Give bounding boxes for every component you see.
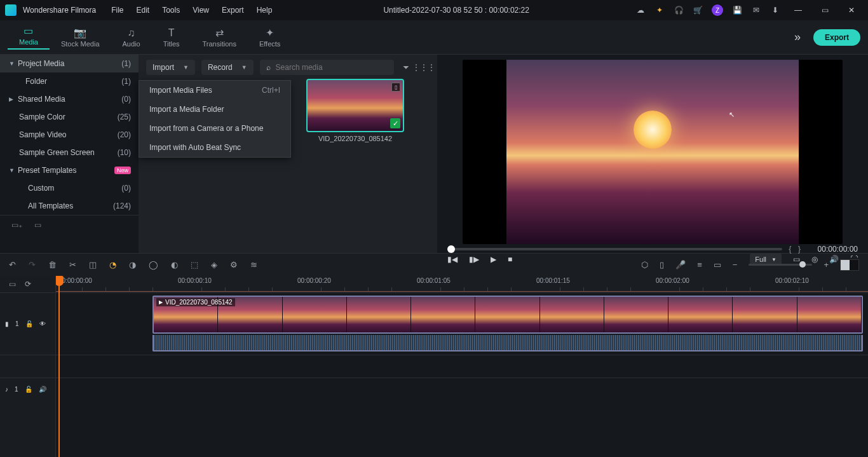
- filter-icon[interactable]: ⏷: [400, 62, 412, 73]
- sidebar-custom[interactable]: Custom(0): [0, 179, 139, 197]
- import-auto-beat-sync[interactable]: Import with Auto Beat Sync: [139, 138, 290, 157]
- color-button[interactable]: ◑: [129, 260, 136, 269]
- cart-icon[interactable]: 🛒: [693, 5, 703, 15]
- zoom-handle[interactable]: [799, 261, 806, 268]
- title: Untitled-2022-07-30 08 52 50 : 00:00:02:…: [280, 6, 633, 15]
- motion-button[interactable]: ◐: [171, 260, 178, 269]
- zoom-out-button[interactable]: −: [733, 260, 738, 269]
- menu-file[interactable]: File: [106, 3, 128, 17]
- menu-view[interactable]: View: [187, 3, 214, 17]
- mask-button[interactable]: ◈: [211, 260, 217, 269]
- avatar[interactable]: Z: [712, 4, 723, 16]
- timeline-view-toggle[interactable]: [840, 259, 859, 271]
- sidebar-all-templates[interactable]: All Templates(124): [0, 197, 139, 215]
- lock-icon[interactable]: 🔓: [25, 386, 32, 393]
- import-media-folder[interactable]: Import a Media Folder: [139, 100, 290, 119]
- cloud-icon[interactable]: ☁: [635, 5, 646, 15]
- menu-help[interactable]: Help: [252, 3, 278, 17]
- crop-button[interactable]: ◫: [89, 260, 97, 269]
- mark-in-icon[interactable]: {: [789, 244, 791, 254]
- keyframe-button[interactable]: ⬚: [191, 260, 198, 269]
- snap-button[interactable]: ▭: [714, 260, 721, 269]
- sidebar-sample-video[interactable]: Sample Video(20): [0, 126, 139, 144]
- scrub-handle[interactable]: [447, 245, 455, 253]
- speaker-icon[interactable]: 🔊: [39, 386, 46, 393]
- scrub-slider[interactable]: [447, 248, 782, 250]
- frame-back-button[interactable]: ▮▶: [469, 255, 479, 264]
- checkmark-icon: ✓: [390, 118, 400, 128]
- audio-track[interactable]: [56, 378, 868, 400]
- thumb-vid[interactable]: ▯ ✓ VID_20220730_085142: [308, 80, 403, 142]
- import-from-camera[interactable]: Import from a Camera or a Phone: [139, 119, 290, 138]
- export-button[interactable]: Export: [813, 29, 860, 46]
- save-icon[interactable]: 💾: [732, 5, 742, 15]
- menu-tools[interactable]: Tools: [157, 3, 185, 17]
- chevron-down-icon: ▼: [9, 60, 18, 67]
- lock-icon[interactable]: 🔓: [25, 320, 33, 327]
- sidebar-sample-color[interactable]: Sample Color(25): [0, 108, 139, 126]
- stop-button[interactable]: ■: [508, 255, 512, 264]
- delete-button[interactable]: 🗑: [48, 260, 57, 269]
- zoom-slider[interactable]: [749, 264, 812, 266]
- audio-wave-button[interactable]: ≋: [250, 260, 257, 269]
- sparkle-icon[interactable]: ✦: [654, 5, 665, 15]
- link-button[interactable]: ⟳: [25, 280, 31, 289]
- new-folder-icon[interactable]: ▭₊: [11, 221, 22, 231]
- sidebar-project-media[interactable]: ▼Project Media(1): [0, 55, 139, 72]
- sidebar-sample-green-screen[interactable]: Sample Green Screen(10): [0, 144, 139, 161]
- step-back-button[interactable]: ▮◀: [447, 255, 458, 264]
- tab-titles[interactable]: TTitles: [152, 27, 191, 48]
- adjust-button[interactable]: ⚙: [230, 260, 238, 269]
- headphones-icon[interactable]: 🎧: [674, 5, 684, 15]
- timeline-clip[interactable]: VID_20220730_085142: [153, 296, 863, 334]
- green-screen-button[interactable]: ◯: [149, 260, 158, 269]
- menu-edit[interactable]: Edit: [132, 3, 155, 17]
- tab-effects[interactable]: ✦Effects: [248, 27, 292, 48]
- undo-button[interactable]: ↶: [9, 260, 16, 269]
- import-menu: Import Media FilesCtrl+I Import a Media …: [139, 80, 291, 158]
- chevron-down-icon: ▼: [241, 64, 247, 71]
- timeline-ruler[interactable]: 00:00:00:0000:00:00:1000:00:00:2000:00:0…: [56, 276, 868, 292]
- mail-icon[interactable]: ✉: [751, 5, 761, 15]
- ruler-tick: 00:00:02:10: [775, 277, 809, 284]
- audio-track-header[interactable]: ♪1 🔓 🔊: [0, 378, 55, 400]
- timeline-clip-audio[interactable]: [153, 335, 863, 351]
- tab-transitions[interactable]: ⇄Transitions: [191, 27, 248, 48]
- marker-button[interactable]: ▯: [660, 260, 664, 269]
- speed-button[interactable]: ◔: [109, 260, 116, 269]
- grid-view-icon[interactable]: ⋮⋮⋮: [418, 62, 430, 73]
- minimize-button[interactable]: —: [789, 3, 807, 18]
- maximize-button[interactable]: ▭: [816, 3, 834, 18]
- sidebar-shared-media[interactable]: ▶Shared Media(0): [0, 90, 139, 108]
- more-tabs-button[interactable]: »: [790, 31, 804, 44]
- video-track[interactable]: VID_20220730_085142: [56, 292, 868, 355]
- close-button[interactable]: ✕: [843, 3, 860, 18]
- record-dropdown[interactable]: Record▼: [201, 60, 254, 75]
- folder-icon[interactable]: ▭: [34, 221, 44, 231]
- empty-track[interactable]: [56, 355, 868, 378]
- tab-media[interactable]: ▭Media: [8, 25, 50, 50]
- sidebar-folder[interactable]: Folder(1): [0, 72, 139, 90]
- video-track-header[interactable]: ▮1 🔓 👁: [0, 292, 55, 355]
- playhead[interactable]: [58, 276, 60, 457]
- render-button[interactable]: ⬡: [641, 260, 648, 269]
- preview-viewport[interactable]: ↖: [463, 60, 843, 244]
- mark-out-icon[interactable]: }: [798, 244, 801, 254]
- eye-icon[interactable]: 👁: [39, 320, 46, 327]
- thumb-image[interactable]: ▯ ✓: [308, 80, 403, 131]
- menu-export[interactable]: Export: [217, 3, 249, 17]
- sidebar-preset-templates[interactable]: ▼Preset TemplatesNew: [0, 161, 139, 179]
- redo-button[interactable]: ↷: [29, 260, 36, 269]
- download-icon[interactable]: ⬇: [770, 5, 780, 15]
- play-button[interactable]: ▶: [491, 255, 496, 264]
- import-dropdown[interactable]: Import▼: [146, 60, 195, 75]
- mixer-button[interactable]: ≡: [697, 260, 702, 269]
- search-media-input[interactable]: ⌕: [260, 60, 394, 75]
- zoom-in-button[interactable]: +: [824, 260, 829, 269]
- voiceover-button[interactable]: 🎤: [675, 260, 686, 269]
- cut-button[interactable]: ✂: [69, 260, 76, 269]
- add-track-button[interactable]: ▭: [9, 280, 16, 289]
- tab-audio[interactable]: ♫Audio: [111, 27, 152, 48]
- import-media-files[interactable]: Import Media FilesCtrl+I: [139, 81, 290, 100]
- tab-stock-media[interactable]: 📷Stock Media: [50, 27, 111, 48]
